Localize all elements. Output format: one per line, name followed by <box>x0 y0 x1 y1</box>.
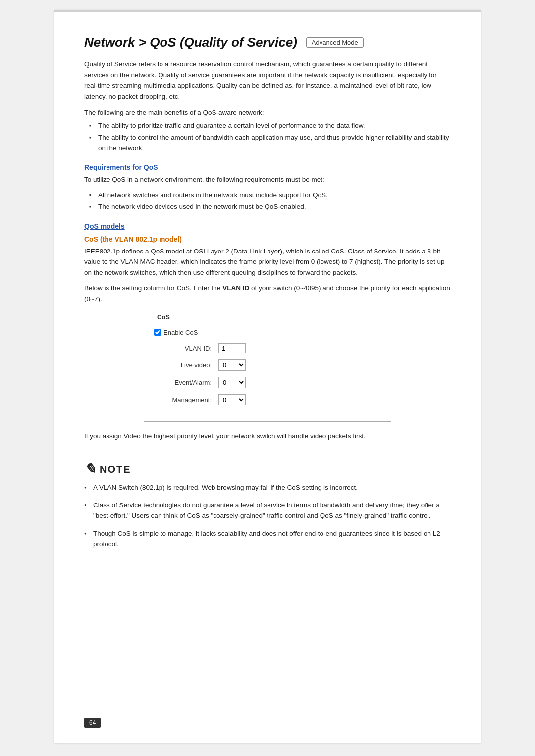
event-alarm-label: Event/Alarm: <box>169 379 218 386</box>
note-item: Class of Service technologies do not gua… <box>84 500 451 521</box>
enable-cos-row: Enable CoS <box>154 329 381 336</box>
event-alarm-select[interactable]: 0123 4567 <box>218 377 246 388</box>
management-label: Management: <box>169 396 218 403</box>
benefits-intro: The following are the main benefits of a… <box>84 107 451 118</box>
advanced-mode-badge: Advanced Mode <box>306 37 364 48</box>
vlan-id-input[interactable] <box>218 343 246 353</box>
cos-para2-bold: VLAN ID <box>222 284 249 292</box>
event-alarm-row: Event/Alarm: 0123 4567 <box>154 377 381 388</box>
note-item: Though CoS is simple to manage, it lacks… <box>84 528 451 550</box>
note-icon: ✎ <box>84 462 96 476</box>
cos-paragraph2: Below is the setting column for CoS. Ent… <box>84 283 451 304</box>
management-row: Management: 0123 4567 <box>154 394 381 405</box>
top-border <box>54 10 481 12</box>
enable-cos-checkbox[interactable] <box>154 329 161 336</box>
live-video-row: Live video: 0123 4567 <box>154 359 381 371</box>
page-container: Network > QoS (Quality of Service) Advan… <box>54 10 481 743</box>
qos-models-link[interactable]: QoS models <box>84 222 125 230</box>
benefit-item: The ability to control the amount of ban… <box>89 132 451 153</box>
note-label: NOTE <box>100 464 131 475</box>
below-box-text: If you assign Video the highest priority… <box>84 431 451 442</box>
cos-box-legend: CoS <box>154 313 173 321</box>
intro-paragraph: Quality of Service refers to a resource … <box>84 59 451 101</box>
requirements-intro: To utilize QoS in a network environment,… <box>84 174 451 185</box>
cos-para2-prefix: Below is the setting column for CoS. Ent… <box>84 284 222 292</box>
page-title: Network > QoS (Quality of Service) <box>84 35 297 50</box>
page-header: Network > QoS (Quality of Service) Advan… <box>84 35 451 50</box>
note-list: A VLAN Switch (802.1p) is required. Web … <box>84 482 451 550</box>
vlan-id-label: VLAN ID: <box>169 345 218 352</box>
note-item: A VLAN Switch (802.1p) is required. Web … <box>84 482 451 493</box>
note-header: ✎ NOTE <box>84 462 451 476</box>
vlan-id-row: VLAN ID: <box>154 343 381 353</box>
live-video-select[interactable]: 0123 4567 <box>218 359 246 371</box>
enable-cos-text: Enable CoS <box>163 329 198 336</box>
req-item: The network video devices used in the ne… <box>89 202 451 212</box>
management-select[interactable]: 0123 4567 <box>218 394 246 405</box>
enable-cos-label[interactable]: Enable CoS <box>154 329 198 336</box>
requirements-list: All network switches and routers in the … <box>84 190 451 212</box>
note-section: ✎ NOTE A VLAN Switch (802.1p) is require… <box>84 455 451 550</box>
req-item: All network switches and routers in the … <box>89 190 451 201</box>
cos-section-title: CoS (the VLAN 802.1p model) <box>84 235 451 243</box>
requirements-title: Requirements for QoS <box>84 163 451 171</box>
live-video-label: Live video: <box>169 361 218 369</box>
benefit-item: The ability to prioritize traffic and gu… <box>89 120 451 131</box>
cos-paragraph1: IEEE802.1p defines a QoS model at OSI La… <box>84 246 451 278</box>
page-number: 64 <box>84 718 101 728</box>
benefits-list: The ability to prioritize traffic and gu… <box>84 120 451 153</box>
